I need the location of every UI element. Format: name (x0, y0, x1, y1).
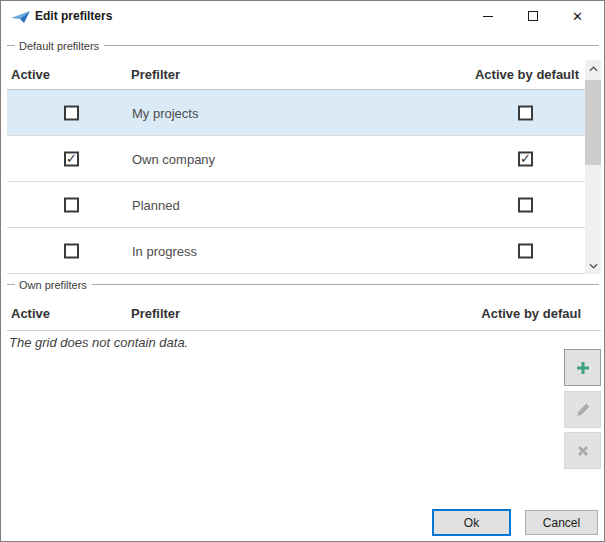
table-row-my-projects[interactable]: My projects (7, 90, 585, 136)
prefilter-name: In progress (132, 243, 197, 258)
own-prefilters-grid: Active Prefilter Active by defaul The gr… (7, 296, 601, 356)
close-icon: ✕ (572, 10, 583, 23)
edit-prefilters-dialog: Edit prefilters ✕ Default prefilters Act… (0, 0, 605, 542)
cancel-button[interactable]: Cancel (525, 510, 598, 535)
active-checkbox[interactable] (64, 151, 79, 166)
default-grid-header: Active Prefilter Active by default (7, 59, 601, 90)
group-line (92, 284, 599, 285)
table-row-in-progress[interactable]: In progress (7, 228, 585, 274)
active-by-default-checkbox[interactable] (518, 197, 533, 212)
vertical-scrollbar[interactable] (585, 60, 601, 274)
table-row-planned[interactable]: Planned (7, 182, 585, 228)
active-by-default-checkbox[interactable] (518, 243, 533, 258)
active-checkbox[interactable] (64, 197, 79, 212)
group-line (7, 45, 15, 46)
x-icon (575, 443, 591, 459)
add-prefilter-button[interactable] (564, 349, 601, 386)
column-header-active: Active (11, 306, 50, 321)
active-by-default-checkbox[interactable] (518, 105, 533, 120)
prefilter-name: Own company (132, 151, 215, 166)
prefilter-name: Planned (132, 197, 180, 212)
column-header-prefilter: Prefilter (131, 67, 180, 82)
active-checkbox[interactable] (64, 105, 79, 120)
pencil-icon (575, 402, 591, 418)
group-line (7, 284, 15, 285)
own-grid-header: Active Prefilter Active by defaul (7, 296, 601, 331)
delete-prefilter-button[interactable] (564, 432, 601, 469)
grid-empty-message: The grid does not contain data. (9, 335, 188, 350)
scroll-up-button[interactable] (585, 60, 601, 77)
chevron-down-icon (589, 263, 598, 269)
maximize-button[interactable] (510, 1, 555, 31)
table-row-own-company[interactable]: Own company (7, 136, 585, 182)
chevron-up-icon (589, 66, 598, 72)
group-default-prefilters: Default prefilters (7, 39, 599, 52)
ok-button[interactable]: Ok (432, 509, 511, 536)
column-header-active-by-default: Active by default (475, 67, 579, 82)
minimize-button[interactable] (465, 1, 510, 31)
active-by-default-checkbox[interactable] (518, 151, 533, 166)
default-prefilters-grid: Active Prefilter Active by default My pr… (7, 59, 601, 274)
active-checkbox[interactable] (64, 243, 79, 258)
edit-prefilter-button[interactable] (564, 391, 601, 428)
close-button[interactable]: ✕ (555, 1, 600, 31)
scroll-down-button[interactable] (585, 257, 601, 274)
default-grid-rows: My projects Own company Planned In progr… (7, 90, 585, 274)
group-default-prefilters-label: Default prefilters (15, 40, 104, 52)
scrollbar-thumb[interactable] (585, 80, 601, 165)
group-own-prefilters-label: Own prefilters (15, 279, 92, 291)
group-line (104, 45, 599, 46)
window-title: Edit prefilters (35, 9, 112, 23)
column-header-active-by-default: Active by defaul (481, 306, 581, 321)
minimize-icon (483, 16, 493, 17)
column-header-prefilter: Prefilter (131, 306, 180, 321)
maximize-icon (528, 11, 538, 21)
prefilter-name: My projects (132, 105, 198, 120)
plus-icon (575, 360, 591, 376)
column-header-active: Active (11, 67, 50, 82)
titlebar: Edit prefilters ✕ (1, 1, 604, 33)
window-controls: ✕ (465, 1, 600, 31)
paper-plane-icon (11, 10, 31, 24)
group-own-prefilters: Own prefilters (7, 278, 599, 291)
